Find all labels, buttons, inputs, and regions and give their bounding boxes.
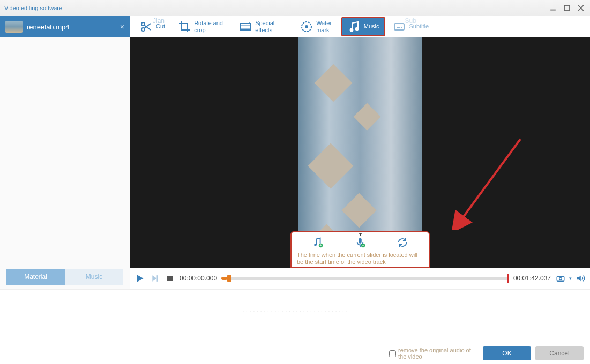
tool-cut[interactable]: Jian Cut — [135, 18, 170, 35]
player-controls: 00:00:00.000 00:01:42.037 ▾ — [130, 268, 590, 289]
tool-watermark[interactable]: Water- mark — [295, 18, 339, 35]
cancel-button[interactable]: Cancel — [535, 346, 584, 360]
svg-rect-27 — [157, 275, 158, 282]
svg-text:+: + — [362, 243, 364, 248]
main-toolbar: Jian Cut Rotate and crop Special effects… — [130, 16, 590, 37]
popup-tip-text: The time when the current slider is loca… — [297, 252, 423, 266]
svg-rect-8 — [241, 24, 250, 30]
crop-icon — [178, 20, 191, 33]
tool-rotate-crop[interactable]: Rotate and crop — [173, 18, 231, 35]
sidebar-body — [0, 37, 130, 269]
svg-point-15 — [350, 28, 353, 32]
svg-point-21 — [314, 244, 317, 246]
remove-audio-input[interactable] — [389, 350, 396, 357]
total-time: 00:01:42.037 — [513, 275, 551, 282]
tool-watermark-label: Water- mark — [316, 20, 334, 33]
next-frame-button[interactable] — [150, 273, 160, 284]
add-music-button[interactable]: + — [311, 236, 325, 249]
remove-audio-label: remove the original audio of the video — [398, 347, 479, 360]
replace-audio-button[interactable] — [395, 236, 409, 249]
chevron-down-icon[interactable]: ▾ — [359, 231, 362, 237]
sidebar-tab-material[interactable]: Material — [6, 269, 65, 285]
window-close-button[interactable] — [574, 2, 588, 14]
svg-rect-29 — [557, 276, 564, 281]
svg-point-12 — [250, 24, 251, 25]
sidebar: reneelab.mp4 × Material Music — [0, 16, 130, 289]
snapshot-dropdown-icon[interactable]: ▾ — [569, 276, 572, 281]
sidebar-tab-music[interactable]: Music — [65, 269, 123, 285]
file-name-label: reneelab.mp4 — [27, 23, 120, 31]
file-thumbnail — [5, 21, 23, 33]
svg-rect-28 — [167, 276, 173, 281]
play-button[interactable] — [135, 273, 145, 284]
app-title: Video editing software — [2, 5, 62, 11]
svg-text:+: + — [320, 243, 322, 248]
music-note-icon — [348, 20, 361, 33]
svg-point-16 — [355, 27, 359, 31]
file-close-icon[interactable]: × — [120, 22, 124, 31]
tool-rotate-label: Rotate and crop — [194, 20, 226, 33]
svg-point-14 — [305, 25, 308, 28]
svg-rect-24 — [359, 238, 362, 243]
subtitle-icon — [393, 20, 406, 33]
annotation-arrow-icon — [451, 134, 526, 230]
content-area: Jian Cut Rotate and crop Special effects… — [130, 16, 590, 289]
svg-rect-17 — [394, 24, 404, 30]
timeline-tracks[interactable]: · · · · · · · · · · · · · · · · · · · · … — [0, 289, 590, 343]
svg-rect-1 — [564, 5, 570, 11]
footer: remove the original audio of the video O… — [0, 343, 590, 364]
window-maximize-button[interactable] — [560, 2, 574, 14]
tool-music-label: Music — [364, 23, 379, 29]
window-titlebar: Video editing software — [0, 0, 590, 16]
video-preview: ▾ + + The time when the current slider i… — [130, 37, 590, 268]
sidebar-tabs: Material Music — [6, 269, 123, 285]
watermark-icon — [300, 20, 313, 33]
ok-button[interactable]: OK — [483, 346, 531, 360]
window-minimize-button[interactable] — [546, 2, 560, 14]
file-tab[interactable]: reneelab.mp4 × — [0, 16, 130, 37]
svg-point-30 — [559, 278, 562, 280]
volume-button[interactable] — [575, 273, 586, 284]
tool-special-effects[interactable]: Special effects — [234, 18, 293, 35]
seek-handle[interactable] — [227, 275, 231, 282]
music-popup: ▾ + + The time when the current slider i… — [290, 231, 430, 268]
scissors-icon — [140, 20, 153, 33]
tool-music[interactable]: Music — [341, 17, 386, 36]
svg-line-20 — [461, 139, 520, 219]
stop-button[interactable] — [165, 273, 175, 284]
end-marker[interactable] — [507, 274, 509, 283]
tool-effects-label: Special effects — [255, 20, 287, 33]
svg-point-11 — [249, 22, 250, 24]
tool-subtitle[interactable]: Sub Subtitle — [387, 18, 434, 35]
seek-slider[interactable] — [221, 277, 509, 280]
timeline-placeholder: · · · · · · · · · · · · · · · · · · · · … — [242, 307, 348, 315]
current-time: 00:00:00.000 — [180, 275, 217, 282]
add-voice-button[interactable]: + — [353, 236, 367, 249]
snapshot-button[interactable] — [555, 273, 566, 284]
filmstrip-icon — [239, 20, 252, 33]
remove-audio-checkbox[interactable]: remove the original audio of the video — [389, 347, 479, 360]
